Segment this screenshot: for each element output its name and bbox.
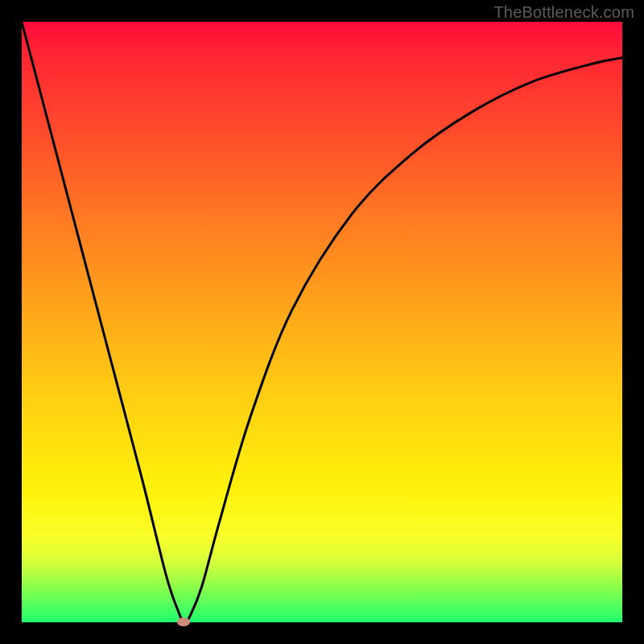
curve-path (22, 22, 622, 622)
chart-frame: TheBottleneck.com (0, 0, 644, 644)
bottleneck-curve (22, 22, 622, 622)
optimum-marker (177, 617, 190, 626)
plot-area (22, 22, 622, 622)
attribution-text: TheBottleneck.com (493, 3, 634, 22)
